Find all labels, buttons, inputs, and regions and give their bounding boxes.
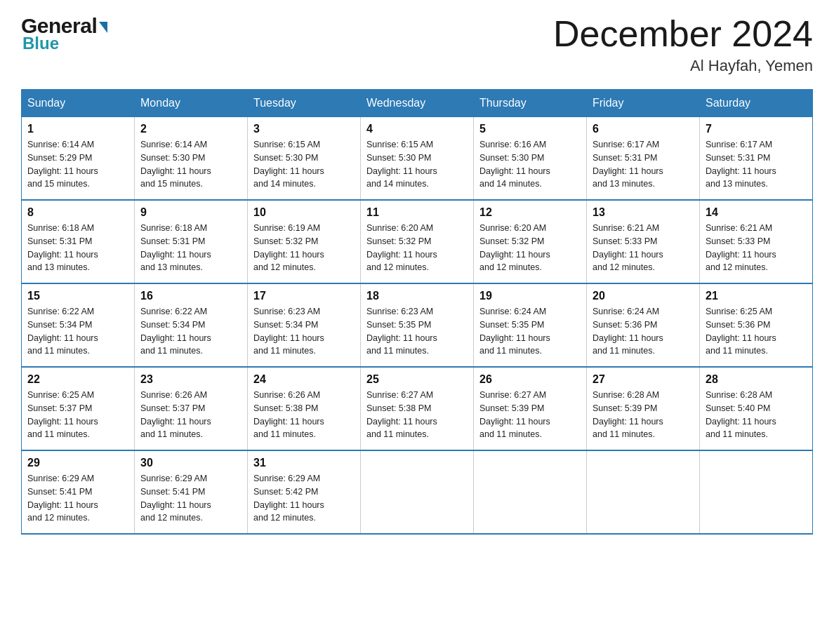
calendar-header: Sunday Monday Tuesday Wednesday Thursday… [22,90,813,117]
calendar-cell: 30Sunrise: 6:29 AMSunset: 5:41 PMDayligh… [135,450,248,534]
calendar-cell: 8Sunrise: 6:18 AMSunset: 5:31 PMDaylight… [22,200,135,283]
calendar-cell: 2Sunrise: 6:14 AMSunset: 5:30 PMDaylight… [135,117,248,201]
day-number: 10 [253,206,355,219]
calendar-cell: 21Sunrise: 6:25 AMSunset: 5:36 PMDayligh… [700,283,813,367]
day-number: 26 [479,373,581,386]
calendar-cell: 10Sunrise: 6:19 AMSunset: 5:32 PMDayligh… [248,200,361,283]
day-number: 22 [27,373,128,386]
calendar-cell: 16Sunrise: 6:22 AMSunset: 5:34 PMDayligh… [135,283,248,367]
day-number: 29 [27,457,128,469]
calendar-cell: 28Sunrise: 6:28 AMSunset: 5:40 PMDayligh… [700,367,813,450]
calendar-cell: 7Sunrise: 6:17 AMSunset: 5:31 PMDaylight… [700,117,813,201]
day-info: Sunrise: 6:26 AMSunset: 5:37 PMDaylight:… [140,389,241,441]
day-number: 19 [479,290,581,302]
calendar-cell: 14Sunrise: 6:21 AMSunset: 5:33 PMDayligh… [700,200,813,283]
day-info: Sunrise: 6:16 AMSunset: 5:30 PMDaylight:… [479,138,581,191]
day-info: Sunrise: 6:21 AMSunset: 5:33 PMDaylight:… [593,222,694,274]
day-info: Sunrise: 6:28 AMSunset: 5:39 PMDaylight:… [593,389,694,441]
col-sunday: Sunday [22,90,135,117]
calendar-cell: 26Sunrise: 6:27 AMSunset: 5:39 PMDayligh… [474,367,587,450]
day-info: Sunrise: 6:15 AMSunset: 5:30 PMDaylight:… [253,138,355,191]
calendar-cell: 29Sunrise: 6:29 AMSunset: 5:41 PMDayligh… [22,450,135,534]
calendar-cell [700,450,813,534]
day-info: Sunrise: 6:18 AMSunset: 5:31 PMDaylight:… [140,222,241,274]
calendar-cell: 9Sunrise: 6:18 AMSunset: 5:31 PMDaylight… [135,200,248,283]
day-number: 8 [27,206,128,219]
calendar-cell: 22Sunrise: 6:25 AMSunset: 5:37 PMDayligh… [22,367,135,450]
day-number: 6 [593,123,694,135]
calendar-cell: 13Sunrise: 6:21 AMSunset: 5:33 PMDayligh… [587,200,700,283]
calendar-row-5: 29Sunrise: 6:29 AMSunset: 5:41 PMDayligh… [22,450,813,534]
day-number: 15 [27,290,128,302]
day-info: Sunrise: 6:17 AMSunset: 5:31 PMDaylight:… [593,138,694,191]
day-info: Sunrise: 6:18 AMSunset: 5:31 PMDaylight:… [27,222,128,274]
day-number: 5 [479,123,581,135]
day-number: 28 [706,373,807,386]
calendar-cell: 4Sunrise: 6:15 AMSunset: 5:30 PMDaylight… [361,117,474,201]
day-info: Sunrise: 6:15 AMSunset: 5:30 PMDaylight:… [366,138,468,191]
day-number: 2 [140,123,241,135]
day-number: 14 [706,206,807,219]
day-number: 25 [366,373,468,386]
day-info: Sunrise: 6:14 AMSunset: 5:29 PMDaylight:… [27,138,128,191]
logo-blue-text: Blue [22,34,59,53]
day-number: 20 [593,290,694,302]
day-info: Sunrise: 6:26 AMSunset: 5:38 PMDaylight:… [253,389,355,441]
calendar-cell: 1Sunrise: 6:14 AMSunset: 5:29 PMDaylight… [22,117,135,201]
day-info: Sunrise: 6:23 AMSunset: 5:34 PMDaylight:… [253,305,355,358]
day-info: Sunrise: 6:25 AMSunset: 5:37 PMDaylight:… [27,389,128,441]
calendar-cell: 11Sunrise: 6:20 AMSunset: 5:32 PMDayligh… [361,200,474,283]
day-number: 1 [27,123,128,135]
header-row: Sunday Monday Tuesday Wednesday Thursday… [22,90,813,117]
calendar-cell: 24Sunrise: 6:26 AMSunset: 5:38 PMDayligh… [248,367,361,450]
calendar-row-3: 15Sunrise: 6:22 AMSunset: 5:34 PMDayligh… [22,283,813,367]
calendar-table: Sunday Monday Tuesday Wednesday Thursday… [21,89,813,535]
calendar-cell: 25Sunrise: 6:27 AMSunset: 5:38 PMDayligh… [361,367,474,450]
day-number: 18 [366,290,468,302]
calendar-row-1: 1Sunrise: 6:14 AMSunset: 5:29 PMDaylight… [22,117,813,201]
day-number: 23 [140,373,241,386]
day-info: Sunrise: 6:22 AMSunset: 5:34 PMDaylight:… [140,305,241,358]
day-info: Sunrise: 6:22 AMSunset: 5:34 PMDaylight:… [27,305,128,358]
day-number: 12 [479,206,581,219]
calendar-cell [474,450,587,534]
day-info: Sunrise: 6:29 AMSunset: 5:41 PMDaylight:… [140,472,241,525]
calendar-cell: 18Sunrise: 6:23 AMSunset: 5:35 PMDayligh… [361,283,474,367]
day-number: 3 [253,123,355,135]
day-number: 11 [366,206,468,219]
day-number: 7 [706,123,807,135]
month-title: December 2024 [553,14,813,54]
col-monday: Monday [135,90,248,117]
calendar-cell: 20Sunrise: 6:24 AMSunset: 5:36 PMDayligh… [587,283,700,367]
calendar-row-4: 22Sunrise: 6:25 AMSunset: 5:37 PMDayligh… [22,367,813,450]
day-info: Sunrise: 6:24 AMSunset: 5:35 PMDaylight:… [479,305,581,358]
day-number: 21 [706,290,807,302]
day-info: Sunrise: 6:20 AMSunset: 5:32 PMDaylight:… [479,222,581,274]
day-info: Sunrise: 6:14 AMSunset: 5:30 PMDaylight:… [140,138,241,191]
day-info: Sunrise: 6:27 AMSunset: 5:39 PMDaylight:… [479,389,581,441]
col-thursday: Thursday [474,90,587,117]
calendar-cell: 15Sunrise: 6:22 AMSunset: 5:34 PMDayligh… [22,283,135,367]
calendar-cell [587,450,700,534]
day-number: 31 [253,457,355,469]
col-tuesday: Tuesday [248,90,361,117]
location: Al Hayfah, Yemen [553,57,813,75]
calendar-cell: 17Sunrise: 6:23 AMSunset: 5:34 PMDayligh… [248,283,361,367]
calendar-row-2: 8Sunrise: 6:18 AMSunset: 5:31 PMDaylight… [22,200,813,283]
calendar-cell: 3Sunrise: 6:15 AMSunset: 5:30 PMDaylight… [248,117,361,201]
day-info: Sunrise: 6:19 AMSunset: 5:32 PMDaylight:… [253,222,355,274]
calendar-cell: 12Sunrise: 6:20 AMSunset: 5:32 PMDayligh… [474,200,587,283]
logo-triangle-icon [99,22,107,33]
day-number: 9 [140,206,241,219]
day-number: 16 [140,290,241,302]
day-info: Sunrise: 6:24 AMSunset: 5:36 PMDaylight:… [593,305,694,358]
day-number: 17 [253,290,355,302]
day-number: 4 [366,123,468,135]
day-number: 27 [593,373,694,386]
title-block: December 2024 Al Hayfah, Yemen [553,14,813,75]
day-info: Sunrise: 6:20 AMSunset: 5:32 PMDaylight:… [366,222,468,274]
day-info: Sunrise: 6:28 AMSunset: 5:40 PMDaylight:… [706,389,807,441]
day-info: Sunrise: 6:25 AMSunset: 5:36 PMDaylight:… [706,305,807,358]
calendar-cell: 31Sunrise: 6:29 AMSunset: 5:42 PMDayligh… [248,450,361,534]
day-info: Sunrise: 6:27 AMSunset: 5:38 PMDaylight:… [366,389,468,441]
